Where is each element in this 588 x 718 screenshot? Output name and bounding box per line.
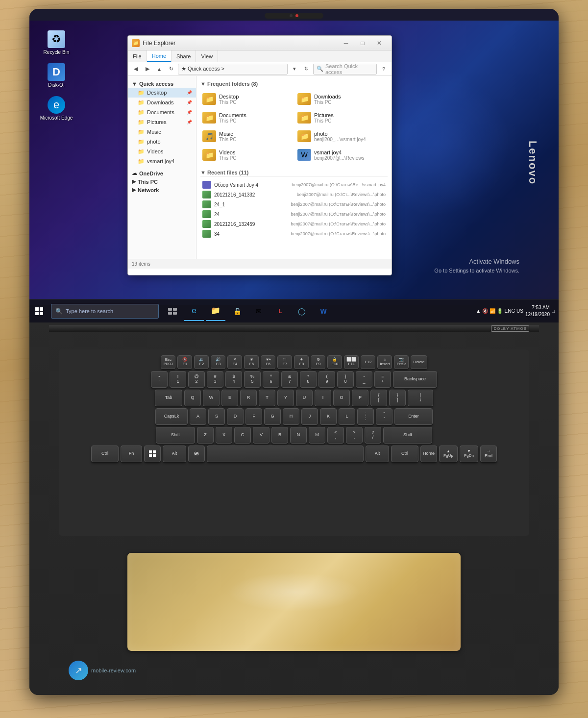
key-backspace[interactable]: Backspace <box>393 371 437 388</box>
edge-taskbar-button[interactable]: e <box>184 301 204 321</box>
key-w[interactable]: W <box>203 390 220 406</box>
key-fn[interactable]: Fn <box>121 446 142 462</box>
key-z[interactable]: Z <box>197 427 214 444</box>
key-v[interactable]: V <box>253 427 270 444</box>
key-tilde[interactable]: ~` <box>151 371 168 388</box>
key-3[interactable]: #3 <box>207 371 223 388</box>
key-quote[interactable]: "' <box>376 408 392 425</box>
ribbon-tab-file[interactable]: File <box>128 50 147 62</box>
desktop-icon-recycle[interactable]: ♻ Recycle Bin <box>39 30 74 55</box>
key-ctrl-right[interactable]: Ctrl <box>391 446 418 462</box>
key-c[interactable]: C <box>234 427 251 444</box>
key-7[interactable]: &7 <box>281 371 298 388</box>
sidebar-item-videos[interactable]: 📁 Videos <box>128 147 196 156</box>
key-n[interactable]: N <box>290 427 307 444</box>
word-taskbar-button[interactable]: W <box>314 301 333 321</box>
key-g[interactable]: G <box>264 408 281 425</box>
sidebar-item-pictures[interactable]: 📁 Pictures 📌 <box>128 117 196 127</box>
key-h[interactable]: H <box>283 408 299 425</box>
key-f6[interactable]: ☀+F6 <box>261 355 275 369</box>
key-shift-right[interactable]: Shift <box>383 427 432 444</box>
key-m[interactable]: M <box>309 427 325 444</box>
key-d[interactable]: D <box>227 408 244 425</box>
key-f[interactable]: F <box>245 408 262 425</box>
key-2[interactable]: @2 <box>188 371 205 388</box>
folder-item-pictures[interactable]: 📁 Pictures This PC <box>295 110 388 125</box>
recent-item-3[interactable]: 24 benji2007@mail.ru (O:\Статьи\Reviews\… <box>200 209 388 219</box>
folder-item-photo[interactable]: 📁 photo benji200_...\vsmart joy4 <box>295 128 388 144</box>
key-y[interactable]: Y <box>277 390 294 406</box>
key-alt-right[interactable]: Alt <box>366 446 389 462</box>
key-f8[interactable]: ✈F8 <box>294 355 309 369</box>
key-k[interactable]: K <box>320 408 337 425</box>
key-slash[interactable]: ?/ <box>365 427 381 444</box>
recent-item-2[interactable]: 24_1 benji2007@mail.ru (O:\Статьи\Review… <box>200 199 388 209</box>
key-b[interactable]: B <box>271 427 288 444</box>
key-f4[interactable]: ✕F4 <box>227 355 242 369</box>
trackpad[interactable] <box>127 553 461 651</box>
windows-start-button[interactable] <box>29 301 49 321</box>
key-minus[interactable]: -_ <box>356 371 372 388</box>
key-x[interactable]: X <box>216 427 232 444</box>
key-home[interactable]: Home <box>420 446 437 462</box>
mail-taskbar-button[interactable]: ✉ <box>249 301 269 321</box>
key-shift-left[interactable]: Shift <box>156 427 195 444</box>
key-delete[interactable]: Delete <box>411 355 427 369</box>
key-enter[interactable]: Enter <box>394 408 433 425</box>
minimize-button[interactable]: ─ <box>338 36 354 50</box>
address-options-button[interactable]: ▾ <box>290 64 299 74</box>
ribbon-tab-view[interactable]: View <box>196 50 218 62</box>
help-button[interactable]: ? <box>379 64 389 74</box>
key-o[interactable]: O <box>333 390 350 406</box>
key-windows[interactable] <box>144 446 161 462</box>
file-explorer-window[interactable]: 📁 File Explorer ─ □ ✕ File Home Share Vi… <box>127 35 392 275</box>
folder-item-videos[interactable]: 📁 Videos This PC <box>200 147 293 163</box>
notifications-button[interactable]: □ <box>552 308 555 314</box>
key-f10[interactable]: 🔒F10 <box>327 355 342 369</box>
sidebar-item-photo[interactable]: 📁 photo <box>128 137 196 147</box>
cortana-taskbar-button[interactable]: ◯ <box>292 301 312 321</box>
folder-item-documents[interactable]: 📁 Documents This PC <box>200 110 293 125</box>
key-backslash[interactable]: |\ <box>408 390 433 406</box>
key-fn2[interactable]: ≋ <box>188 446 205 462</box>
key-f12[interactable]: F12 <box>361 355 375 369</box>
taskview-button[interactable] <box>163 301 182 321</box>
key-j[interactable]: J <box>301 408 318 425</box>
key-capslock[interactable]: CapsLk <box>155 408 188 425</box>
address-field[interactable]: ★ Quick access > <box>178 64 288 74</box>
close-button[interactable]: ✕ <box>371 36 388 50</box>
key-lbracket[interactable]: {[ <box>370 390 387 406</box>
key-down[interactable]: ▼PgDn <box>460 446 478 462</box>
folder-item-music[interactable]: 🎵 Music This PC <box>200 128 293 144</box>
key-1[interactable]: !1 <box>170 371 186 388</box>
key-l[interactable]: L <box>339 408 355 425</box>
forward-button[interactable]: ▶ <box>143 64 152 74</box>
key-r[interactable]: R <box>240 390 257 406</box>
up-button[interactable]: ▲ <box>154 64 164 74</box>
key-alt-left[interactable]: Alt <box>163 446 186 462</box>
sidebar-item-documents[interactable]: 📁 Documents 📌 <box>128 107 196 117</box>
key-up[interactable]: ▲PgUp <box>439 446 458 462</box>
ribbon-tab-home[interactable]: Home <box>147 50 172 62</box>
key-space[interactable] <box>207 446 364 462</box>
back-button[interactable]: ◀ <box>131 64 141 74</box>
folder-item-vsmart[interactable]: W vsmart joy4 benji2007@...\Reviews <box>295 147 388 163</box>
taskbar-search-bar[interactable]: 🔍 Type here to search <box>51 304 159 319</box>
key-p[interactable]: P <box>352 390 368 406</box>
key-equals[interactable]: =+ <box>374 371 391 388</box>
key-0[interactable]: )0 <box>337 371 354 388</box>
folder-item-desktop[interactable]: 📁 Desktop This PC <box>200 91 293 107</box>
lenovo-taskbar-button[interactable]: L <box>270 301 290 321</box>
key-prtsc[interactable]: 📷PrtSc <box>394 355 409 369</box>
key-i[interactable]: I <box>315 390 331 406</box>
ribbon-tab-share[interactable]: Share <box>172 50 196 62</box>
key-end[interactable]: →End <box>480 446 497 462</box>
desktop-icon-edge[interactable]: e Microsoft Edge <box>39 96 74 121</box>
refresh-button[interactable]: ↻ <box>166 64 176 74</box>
key-s[interactable]: S <box>208 408 225 425</box>
key-rbracket[interactable]: }] <box>389 390 406 406</box>
maximize-button[interactable]: □ <box>354 36 371 50</box>
recent-item-1[interactable]: 20121216_141332 benji2007@mail.ru (O:\Ст… <box>200 190 388 199</box>
key-period[interactable]: >. <box>346 427 363 444</box>
key-f3[interactable]: 🔊F3 <box>211 355 225 369</box>
